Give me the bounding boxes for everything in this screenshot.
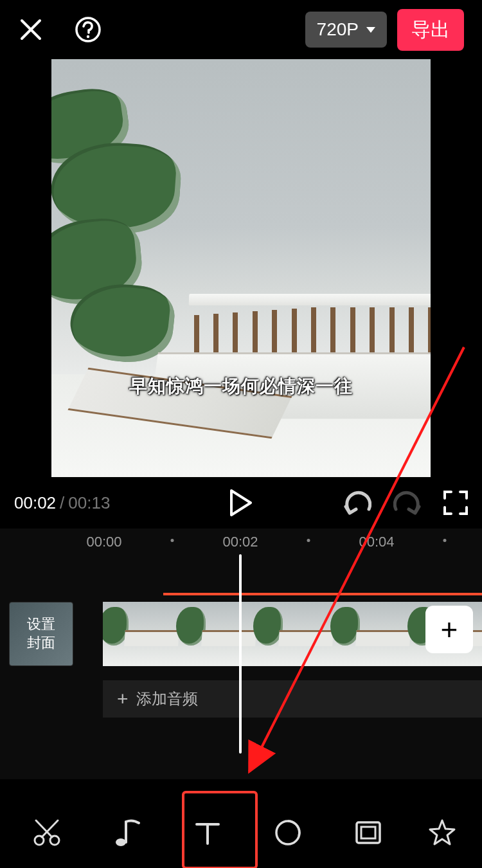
add-clip-button[interactable]: + (425, 606, 473, 653)
tool-sticker[interactable] (262, 807, 314, 858)
playback-bar: 00:02 / 00:13 (0, 477, 482, 529)
star-icon (427, 818, 457, 847)
timeline[interactable]: 设置 封面 + + 添加音频 (0, 554, 482, 779)
resolution-label: 720P (317, 19, 359, 40)
ruler-dot (443, 539, 447, 542)
redo-button (393, 490, 422, 516)
plus-icon: + (441, 612, 458, 647)
scissors-icon (32, 818, 62, 847)
tool-cut[interactable] (21, 807, 73, 858)
plus-icon: + (117, 688, 129, 710)
ruler-tick: 00:00 (86, 534, 121, 550)
tool-bar (0, 797, 482, 868)
close-icon[interactable] (18, 17, 44, 42)
ruler-tick: 00:02 (222, 534, 258, 550)
tool-text[interactable] (182, 807, 233, 858)
preview-scene-tree (51, 91, 180, 361)
ruler-dot (171, 539, 174, 542)
video-preview[interactable]: 早知惊鸿一场何必情深一往 (51, 59, 431, 477)
total-time: 00:13 (68, 493, 110, 513)
svg-rect-7 (357, 822, 380, 843)
clip-thumbnail[interactable] (180, 602, 257, 666)
export-button[interactable]: 导出 (397, 9, 464, 51)
help-icon[interactable] (75, 16, 102, 43)
ruler-tick: 00:04 (359, 534, 394, 550)
svg-point-1 (87, 35, 89, 38)
tool-overlay[interactable] (343, 807, 394, 858)
picture-icon (353, 818, 383, 847)
text-layer-marker[interactable] (163, 593, 482, 595)
fullscreen-button[interactable] (443, 491, 468, 515)
svg-rect-8 (361, 827, 375, 838)
timeline-ruler[interactable]: 00:00 00:02 00:04 (0, 529, 482, 554)
preview-scene-posts (189, 303, 431, 354)
tool-audio[interactable] (102, 807, 153, 858)
play-button[interactable] (229, 489, 253, 516)
sticker-icon (273, 818, 303, 847)
video-subtitle[interactable]: 早知惊鸿一场何必情深一往 (51, 374, 431, 399)
set-cover-label: 设置 封面 (27, 615, 55, 652)
playhead[interactable] (239, 554, 242, 754)
clip-thumbnail[interactable] (257, 602, 334, 666)
add-audio-label: 添加音频 (136, 689, 198, 709)
set-cover-button[interactable]: 设置 封面 (9, 602, 73, 666)
music-note-icon (113, 818, 141, 847)
clip-thumbnail[interactable] (334, 602, 411, 666)
tool-effects[interactable] (423, 807, 461, 858)
clip-thumbnail[interactable] (103, 602, 180, 666)
current-time: 00:02 (14, 493, 56, 513)
undo-button[interactable] (343, 490, 371, 516)
add-audio-track[interactable]: + 添加音频 (103, 680, 482, 718)
text-icon (193, 818, 222, 847)
export-label: 导出 (411, 19, 450, 40)
time-separator: / (60, 493, 64, 513)
svg-point-5 (116, 838, 126, 846)
ruler-dot (307, 539, 310, 542)
resolution-selector[interactable]: 720P (305, 12, 387, 48)
header-bar: 720P 导出 (0, 0, 482, 59)
